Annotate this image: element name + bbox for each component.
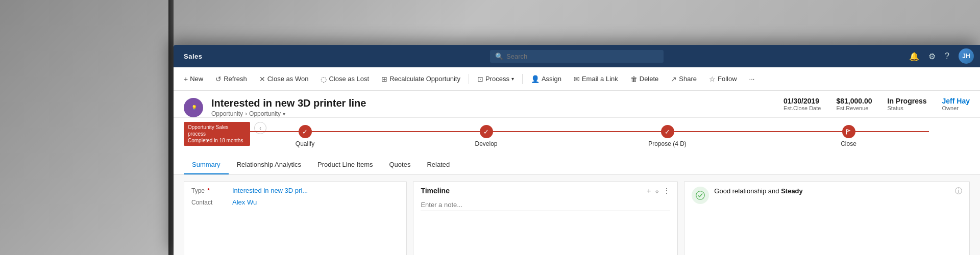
timeline-note-input[interactable] [421,199,670,211]
stage-label-propose: Propose (4 D) [648,140,687,147]
bpf-stage-qualify[interactable]: ✓ Qualify [214,125,396,147]
recalculate-button[interactable]: ⊞ Recalculate Opportunity [376,72,465,86]
form-section: Type * Interested in new 3D pri... Conta… [184,181,407,255]
refresh-icon: ↺ [215,75,222,83]
timeline-title: Timeline [421,187,450,195]
command-bar: + New ↺ Refresh ✕ Close as Won ◌ Close a… [174,67,980,91]
more-label: ··· [749,75,755,83]
assistant-text-prefix: Good relationship and [714,187,781,195]
nav-brand: Sales [180,53,206,60]
timeline-section: Timeline + ⬦ ⋮ [413,181,678,255]
share-icon: ↗ [671,75,677,83]
tab-related[interactable]: Related [419,156,458,174]
revenue-value: $81,000.00 [836,97,872,105]
tab-quotes[interactable]: Quotes [381,156,419,174]
share-label: Share [679,75,697,83]
record-meta: 01/30/2019 Est.Close Date $81,000.00 Est… [783,97,970,111]
stage-label-qualify: Qualify [296,140,314,147]
new-button[interactable]: + New [179,72,208,86]
more-button[interactable]: ··· [744,72,760,85]
close-as-lost-button[interactable]: ◌ Close as Lost [315,72,374,86]
timeline-add-icon[interactable]: + [647,187,651,195]
bpf-stage-propose[interactable]: ✓ Propose (4 D) [577,125,758,147]
follow-label: Follow [718,75,737,83]
svg-text:💡: 💡 [191,105,198,111]
bpf-stage-close[interactable]: Close [758,125,939,147]
stage-circle-develop: ✓ [480,125,493,138]
contact-field-value[interactable]: Alex Wu [232,198,257,206]
record-header: 💡 Interested in new 3D printer line Oppo… [174,91,980,118]
timeline-more-icon[interactable]: ⋮ [663,187,670,195]
breadcrumb: Opportunity › Opportunity ▾ [211,110,775,117]
close-as-won-label: Close as Won [267,75,309,83]
delete-button[interactable]: 🗑 Delete [625,72,664,86]
record-title: Interested in new 3D printer line [211,97,775,109]
email-link-icon: ✉ [574,75,580,83]
recalculate-label: Recalculate Opportunity [389,75,460,83]
follow-button[interactable]: ☆ Follow [704,72,742,86]
separator-1 [469,74,469,84]
status-label: Status [888,105,927,111]
assistant-status-icon [692,187,709,204]
record-title-area: Interested in new 3D printer line Opport… [211,97,775,117]
refresh-button[interactable]: ↺ Refresh [210,72,252,86]
close-as-lost-icon: ◌ [321,75,327,83]
owner-value: Jeff Hay [942,97,970,105]
main-content: Type * Interested in new 3D pri... Conta… [174,175,980,255]
timeline-icons: + ⬦ ⋮ [647,187,670,195]
new-label: New [190,75,203,83]
close-date-label: Est.Close Date [783,105,821,111]
record-icon: 💡 [184,98,203,117]
process-chevron-icon: ▾ [511,76,514,82]
search-icon: 🔍 [495,53,503,60]
bell-icon[interactable]: 🔔 [909,52,919,61]
email-link-button[interactable]: ✉ Email a Link [569,72,623,86]
revenue-label: Est.Revenue [836,105,872,111]
assistant-item: Good relationship and Steady ⓘ [692,187,962,204]
nav-left: Sales [180,53,206,60]
contact-field-row: Contact Alex Wu [191,198,399,206]
owner-label: Owner [942,105,970,111]
process-icon: ⊡ [477,75,483,83]
laptop-bezel [168,0,174,255]
assistant-section: Good relationship and Steady ⓘ [684,181,970,255]
info-icon[interactable]: ⓘ [955,187,962,196]
recalculate-icon: ⊞ [381,75,387,83]
search-input[interactable] [506,53,658,60]
type-field-value[interactable]: Interested in new 3D pri... [232,187,308,194]
tabs-bar: Summary Relationship Analytics Product L… [174,156,980,175]
follow-icon: ☆ [709,75,716,83]
owner-field: Jeff Hay Owner [942,97,970,111]
assistant-text: Good relationship and Steady [714,187,802,196]
nav-right: 🔔 ⚙ ? JH [909,48,974,64]
type-field-row: Type * Interested in new 3D pri... [191,187,399,194]
svg-point-2 [696,191,705,200]
question-icon[interactable]: ? [945,52,949,61]
close-as-won-button[interactable]: ✕ Close as Won [254,72,314,86]
bpf-stage-develop[interactable]: ✓ Develop [396,125,577,147]
breadcrumb-chevron-icon[interactable]: ▾ [283,111,285,117]
new-icon: + [184,75,188,83]
delete-label: Delete [640,75,659,83]
contact-field-label: Contact [191,199,232,206]
timeline-filter-icon[interactable]: ⬦ [655,187,659,195]
tab-summary[interactable]: Summary [184,156,229,174]
process-button[interactable]: ⊡ Process ▾ [472,72,519,86]
settings-icon[interactable]: ⚙ [928,52,936,61]
search-bar[interactable]: 🔍 [490,50,664,63]
refresh-label: Refresh [224,75,247,83]
screen: Sales 🔍 🔔 ⚙ ? JH + New ↺ Refresh ✕ Close… [174,45,980,255]
tab-relationship-analytics[interactable]: Relationship Analytics [229,156,309,174]
tab-product-line-items[interactable]: Product Line Items [309,156,381,174]
share-button[interactable]: ↗ Share [666,72,702,86]
close-date-field: 01/30/2019 Est.Close Date [783,97,821,111]
avatar[interactable]: JH [959,48,974,64]
stage-label-develop: Develop [475,140,497,147]
assign-button[interactable]: 👤 Assign [526,72,567,86]
assign-icon: 👤 [531,75,540,83]
bpf-area: Opportunity Sales process Completed in 1… [174,118,980,156]
type-field-label: Type * [191,187,232,194]
assistant-text-bold: Steady [781,187,803,195]
status-field: In Progress Status [888,97,927,111]
top-nav: Sales 🔍 🔔 ⚙ ? JH [174,45,980,67]
